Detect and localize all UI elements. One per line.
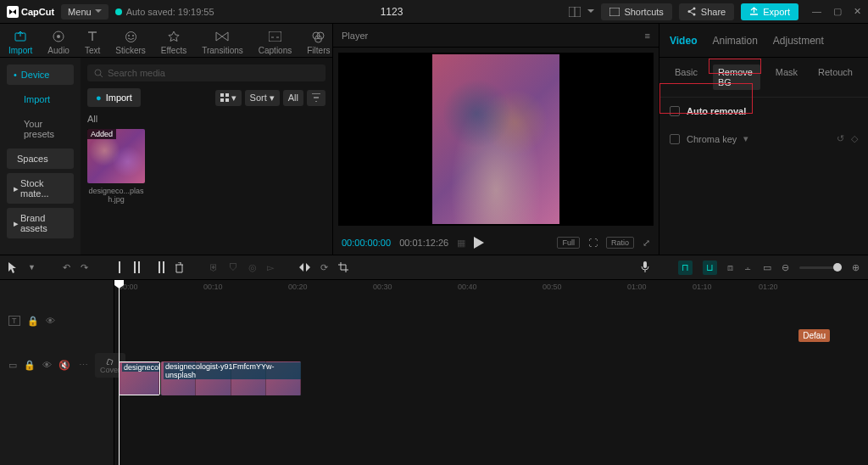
sidebar-item-presets[interactable]: Your presets: [7, 114, 74, 144]
keyframe-icon[interactable]: ◇: [851, 133, 858, 144]
undo-button[interactable]: ↶: [63, 262, 70, 273]
shield1-icon[interactable]: ⛨: [209, 262, 219, 272]
link-button[interactable]: ⊔: [703, 261, 717, 275]
auto-removal-row[interactable]: Auto removal: [659, 98, 868, 125]
view-grid-button[interactable]: ▾: [215, 90, 242, 106]
sticker-icon: [123, 29, 138, 44]
sub-retouch[interactable]: Retouch: [813, 64, 858, 90]
properties-panel: Video Animation Adjustment Basic Remove …: [659, 24, 868, 255]
sidebar-item-import[interactable]: Import: [7, 89, 74, 109]
tab-text[interactable]: Text: [85, 25, 100, 55]
prop-tab-animation[interactable]: Animation: [712, 35, 757, 47]
timeline-body[interactable]: 00:00 00:10 00:20 00:30 00:40 00:50 01:0…: [114, 280, 868, 465]
shortcuts-button[interactable]: Shortcuts: [601, 3, 671, 20]
prop-tab-video[interactable]: Video: [670, 35, 697, 47]
track-t-icon[interactable]: T: [8, 316, 20, 326]
crop-icon[interactable]: ⛶: [588, 238, 598, 248]
mic-button[interactable]: [641, 261, 649, 273]
search-icon: [94, 69, 103, 78]
reset-icon[interactable]: ↺: [837, 133, 844, 144]
redo-button[interactable]: ↷: [81, 262, 88, 273]
play-circle-icon[interactable]: ▻: [267, 262, 274, 273]
svg-point-10: [125, 31, 136, 42]
chroma-key-row[interactable]: Chroma key ▾ ↺ ◇: [659, 125, 868, 153]
track-video[interactable]: designecol designecologist-y91FmfcmYYw-u…: [114, 361, 868, 399]
search-input[interactable]: Search media: [87, 64, 326, 81]
delete-button[interactable]: [175, 262, 184, 273]
eye-icon[interactable]: 👁: [42, 360, 52, 370]
tab-transitions[interactable]: Transitions: [202, 25, 243, 55]
zoom-slider[interactable]: [799, 266, 842, 269]
import-button[interactable]: ●Import: [87, 88, 141, 107]
share-button[interactable]: Share: [679, 3, 734, 20]
preview-button[interactable]: ▭: [763, 262, 771, 273]
minimize-button[interactable]: —: [812, 6, 821, 17]
shield2-icon[interactable]: ⛉: [229, 262, 238, 272]
sub-mask[interactable]: Mask: [771, 64, 803, 90]
svg-point-17: [95, 70, 101, 76]
tab-effects[interactable]: Effects: [161, 25, 186, 55]
sub-basic[interactable]: Basic: [670, 64, 703, 90]
tab-filters[interactable]: Filters: [307, 25, 330, 55]
clip-2[interactable]: designecologist-y91FmfcmYYw-unsplash: [161, 361, 301, 395]
close-button[interactable]: ✕: [854, 6, 861, 17]
sidebar-item-brand[interactable]: ▸ Brand assets: [7, 208, 74, 238]
chevron-down-icon[interactable]: ▼: [28, 263, 36, 272]
filter-all-button[interactable]: All: [283, 90, 303, 106]
filter-icon-button[interactable]: [307, 90, 326, 106]
sidebar-item-device[interactable]: • Device: [7, 64, 74, 85]
mute-icon[interactable]: 🔇: [58, 360, 70, 371]
tab-audio[interactable]: Audio: [47, 25, 70, 55]
player-viewport[interactable]: [338, 53, 654, 226]
sub-removebg[interactable]: Remove BG: [713, 64, 760, 90]
circle-icon[interactable]: ◎: [248, 262, 257, 273]
tab-import[interactable]: Import: [8, 25, 32, 55]
svg-rect-20: [225, 93, 229, 97]
grid-icon[interactable]: ▦: [457, 238, 465, 249]
clip-1[interactable]: designecol: [119, 361, 160, 395]
maximize-button[interactable]: ▢: [833, 6, 842, 17]
collapse-icon[interactable]: ▭: [8, 360, 17, 371]
chevron-down-icon[interactable]: ▾: [743, 133, 748, 144]
chevron-down-icon[interactable]: [587, 9, 594, 14]
split-right-button[interactable]: [154, 261, 164, 273]
layout-icon[interactable]: [569, 7, 581, 17]
full-button[interactable]: Full: [557, 237, 580, 249]
sidebar-item-spaces[interactable]: Spaces: [7, 148, 74, 169]
track-text[interactable]: [114, 295, 868, 361]
auto-removal-checkbox[interactable]: [670, 106, 680, 116]
player-menu-icon[interactable]: ≡: [645, 31, 650, 41]
menu-button[interactable]: Menu: [61, 4, 108, 20]
prop-tab-adjustment[interactable]: Adjustment: [773, 35, 824, 47]
crop-button[interactable]: [338, 262, 348, 272]
zoomin-button[interactable]: ⊕: [852, 262, 860, 273]
tab-stickers[interactable]: Stickers: [115, 25, 146, 55]
zoomout-button[interactable]: ⊖: [782, 262, 789, 273]
split-left-button[interactable]: [134, 261, 144, 273]
lock-icon[interactable]: 🔒: [24, 360, 36, 371]
rotate-button[interactable]: ⟳: [320, 262, 328, 273]
player-panel: Player ≡ 00:00:00:00 00:01:12:26 ▦ Full …: [333, 24, 659, 255]
media-thumb[interactable]: Added designeco...plash.jpg: [87, 129, 145, 204]
expand-icon[interactable]: ⤢: [643, 238, 650, 249]
timecode-total: 00:01:12:26: [399, 238, 448, 248]
align-button[interactable]: ⫠: [743, 262, 753, 272]
sort-button[interactable]: Sort ▾: [245, 90, 280, 106]
ratio-button[interactable]: Ratio: [606, 237, 634, 249]
snap-button[interactable]: ⧈: [727, 262, 733, 273]
mirror-button[interactable]: [299, 262, 310, 272]
chroma-checkbox[interactable]: [670, 134, 680, 144]
pencil-icon: [106, 356, 115, 365]
eye-icon[interactable]: 👁: [46, 316, 55, 326]
lock-icon[interactable]: 🔒: [27, 316, 39, 327]
magnet-button[interactable]: ⊓: [678, 261, 693, 275]
tab-captions[interactable]: Captions: [259, 25, 292, 55]
sidebar-item-stock[interactable]: ▸ Stock mate...: [7, 173, 74, 204]
svg-rect-22: [225, 98, 229, 102]
play-button[interactable]: [474, 237, 548, 249]
cursor-tool[interactable]: [8, 262, 18, 273]
track-headers: T 🔒 👁 ▭ 🔒 👁 🔇 ⋯ Cover: [0, 280, 114, 465]
timeline-ruler[interactable]: 00:00 00:10 00:20 00:30 00:40 00:50 01:0…: [114, 280, 868, 295]
export-button[interactable]: Export: [741, 3, 798, 20]
split-button[interactable]: [115, 261, 124, 273]
